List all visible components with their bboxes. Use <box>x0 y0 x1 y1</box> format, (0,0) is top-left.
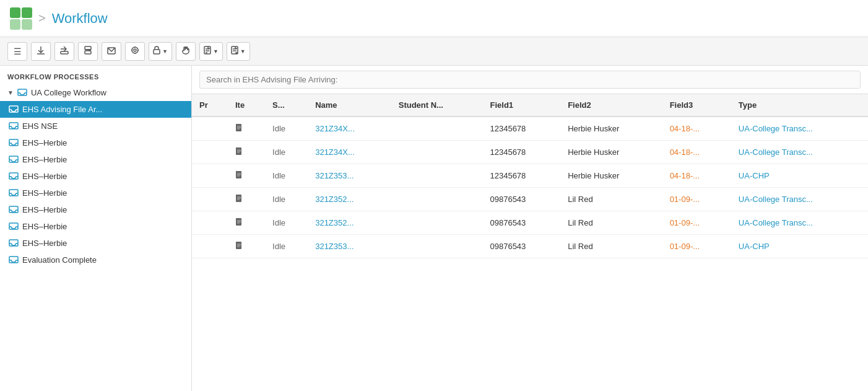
svg-rect-9 <box>85 51 91 54</box>
print-button[interactable] <box>78 42 98 61</box>
cell-pr <box>192 164 228 188</box>
main-layout: WORKFLOW PROCESSES ▼ UA College Workflow… <box>0 66 868 391</box>
table-container: Pr Ite S... Name Student N... Field1 Fie… <box>192 94 868 391</box>
cell-ite <box>228 164 265 188</box>
cell-student-n <box>391 188 483 211</box>
app-header: > Workflow <box>0 0 868 37</box>
sidebar: WORKFLOW PROCESSES ▼ UA College Workflow… <box>0 66 192 391</box>
search-input[interactable] <box>199 71 861 89</box>
print-icon <box>84 46 92 56</box>
doc2-icon <box>231 46 238 56</box>
cell-status: Idle <box>265 188 308 211</box>
menu-button[interactable]: ☰ <box>7 42 27 61</box>
sidebar-item-2[interactable]: EHS–Herbie <box>0 134 191 151</box>
sidebar-item-label-0: EHS Advising File Ar... <box>22 105 102 114</box>
hand-button[interactable] <box>176 42 196 61</box>
cell-student-n <box>391 235 483 258</box>
inbox-icon-3 <box>9 156 19 164</box>
inbox-icon-8 <box>9 239 19 248</box>
cell-name[interactable]: 321Z34X... <box>308 116 391 141</box>
sidebar-item-5[interactable]: EHS–Herbie <box>0 185 191 201</box>
target-button[interactable] <box>125 42 145 61</box>
sidebar-item-8[interactable]: EHS–Herbie <box>0 235 191 252</box>
cell-pr <box>192 235 228 258</box>
cell-type[interactable]: UA-CHP <box>731 164 868 188</box>
sidebar-item-3[interactable]: EHS–Herbie <box>0 151 191 168</box>
email-button[interactable] <box>102 42 121 61</box>
cell-field3: 04-18-... <box>662 164 731 188</box>
inbox-icon-parent <box>17 89 27 97</box>
col-header-field2: Field2 <box>560 94 662 116</box>
sidebar-item-label-2: EHS–Herbie <box>22 138 67 147</box>
email-icon <box>107 46 116 56</box>
cell-field1: 09876543 <box>482 211 560 235</box>
cell-field1: 09876543 <box>482 235 560 258</box>
svg-point-11 <box>89 50 90 51</box>
sidebar-parent-workflow[interactable]: ▼ UA College Workflow <box>0 84 191 101</box>
export-icon <box>60 46 69 56</box>
cell-field3: 01-09-... <box>662 235 731 258</box>
doc2-dropdown-arrow: ▼ <box>240 48 246 55</box>
table-row[interactable]: Idle321Z34X...12345678Herbie Husker04-18… <box>192 116 868 141</box>
svg-rect-7 <box>61 51 68 54</box>
cell-field3: 04-18-... <box>662 116 731 141</box>
cell-status: Idle <box>265 211 308 235</box>
inbox-icon-6 <box>9 206 19 214</box>
cell-type[interactable]: UA-CHP <box>731 235 868 258</box>
table-row[interactable]: Idle321Z352...09876543Lil Red01-09-...UA… <box>192 211 868 235</box>
sidebar-item-9[interactable]: Evaluation Complete <box>0 252 191 268</box>
cell-name[interactable]: 321Z352... <box>308 188 391 211</box>
cell-field1: 12345678 <box>482 164 560 188</box>
cell-type[interactable]: UA-College Transc... <box>731 141 868 164</box>
cell-field3: 04-18-... <box>662 141 731 164</box>
table-row[interactable]: Idle321Z34X...12345678Herbie Husker04-18… <box>192 141 868 164</box>
cell-type[interactable]: UA-College Transc... <box>731 188 868 211</box>
cell-name[interactable]: 321Z353... <box>308 235 391 258</box>
document-icon <box>235 217 243 226</box>
cell-type[interactable]: UA-College Transc... <box>731 116 868 141</box>
sidebar-item-label-1: EHS NSE <box>22 121 58 131</box>
lock-dropdown-arrow: ▼ <box>162 48 168 55</box>
cell-name[interactable]: 321Z352... <box>308 211 391 235</box>
cell-ite <box>228 211 265 235</box>
cell-field2: Herbie Husker <box>560 116 662 141</box>
inbox-icon-0 <box>9 105 19 114</box>
cell-student-n <box>391 164 483 188</box>
document-icon <box>235 194 243 203</box>
sidebar-item-label-4: EHS–Herbie <box>22 172 67 181</box>
cell-student-n <box>391 211 483 235</box>
sidebar-item-label-5: EHS–Herbie <box>22 188 67 198</box>
sidebar-item-7[interactable]: EHS–Herbie <box>0 218 191 235</box>
toolbar: ☰ <box>0 37 868 66</box>
download-button[interactable] <box>31 42 51 61</box>
cell-type[interactable]: UA-College Transc... <box>731 211 868 235</box>
lock-dropdown[interactable]: ▼ <box>149 42 172 61</box>
svg-rect-2 <box>10 19 20 30</box>
col-header-pr: Pr <box>192 94 228 116</box>
cell-name[interactable]: 321Z353... <box>308 164 391 188</box>
document-icon <box>235 123 243 132</box>
sidebar-item-0[interactable]: EHS Advising File Ar... <box>0 101 191 118</box>
sidebar-item-4[interactable]: EHS–Herbie <box>0 168 191 185</box>
cell-name[interactable]: 321Z34X... <box>308 141 391 164</box>
cell-field2: Lil Red <box>560 235 662 258</box>
inbox-icon-9 <box>9 256 19 265</box>
page-title: Workflow <box>52 11 108 27</box>
lock-icon <box>153 46 160 56</box>
col-header-field3: Field3 <box>662 94 731 116</box>
doc2-dropdown[interactable]: ▼ <box>227 42 250 61</box>
table-row[interactable]: Idle321Z352...09876543Lil Red01-09-...UA… <box>192 188 868 211</box>
sidebar-item-6[interactable]: EHS–Herbie <box>0 201 191 218</box>
document-icon <box>235 241 243 250</box>
cell-pr <box>192 188 228 211</box>
table-row[interactable]: Idle321Z353...09876543Lil Red01-09-...UA… <box>192 235 868 258</box>
col-header-student-n: Student N... <box>391 94 483 116</box>
export-button[interactable] <box>54 42 74 61</box>
sidebar-item-label-6: EHS–Herbie <box>22 205 67 214</box>
table-row[interactable]: Idle321Z353...12345678Herbie Husker04-18… <box>192 164 868 188</box>
doc1-dropdown[interactable]: ▼ <box>199 42 223 61</box>
document-icon <box>235 170 243 179</box>
sidebar-item-1[interactable]: EHS NSE <box>0 118 191 134</box>
sidebar-item-label-7: EHS–Herbie <box>22 222 67 231</box>
target-icon <box>131 46 139 56</box>
